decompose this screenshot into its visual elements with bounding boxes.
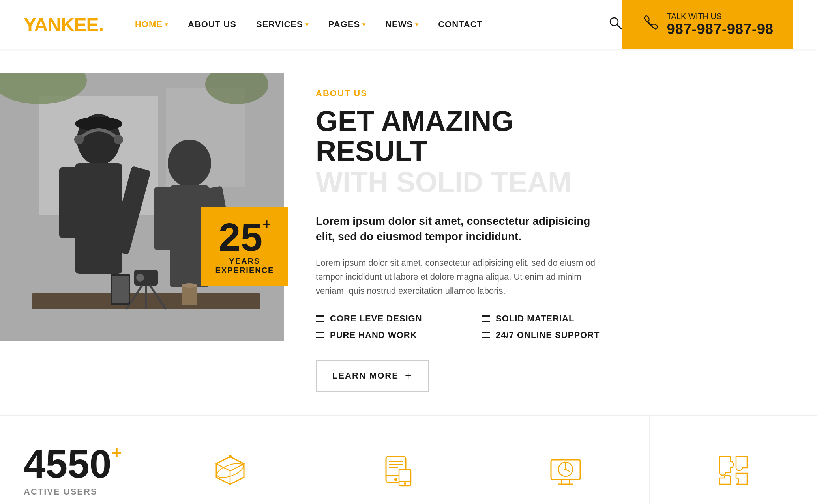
svg-point-18 <box>74 135 84 144</box>
experience-plus: + <box>262 217 271 231</box>
feature-item-4: 24/7 ONLINE SUPPORT <box>482 330 624 340</box>
nav-item-contact[interactable]: CONTACT <box>438 19 483 30</box>
stat-plus: + <box>111 444 122 461</box>
experience-number: 25 <box>219 217 262 257</box>
sub-title: WITH SOLID TEAM <box>316 168 624 198</box>
svg-rect-28 <box>182 286 197 305</box>
cta-label: TALK WITH US <box>667 12 774 21</box>
nav-item-pages[interactable]: PAGES ▾ <box>328 19 365 30</box>
svg-rect-10 <box>83 118 114 130</box>
logo-dot: . <box>99 14 103 35</box>
svg-point-22 <box>136 274 144 282</box>
dash-icon <box>316 332 324 338</box>
nav-item-news[interactable]: NEWS ▾ <box>385 19 418 30</box>
svg-point-37 <box>394 478 397 481</box>
cta-text: TALK WITH US 987-987-987-98 <box>667 12 774 37</box>
box-icon <box>212 453 248 488</box>
puzzle-icon <box>716 453 751 488</box>
nav-item-about[interactable]: ABOUT US <box>188 19 236 30</box>
intro-bold-text: Lorem ipsum dolor sit amet, consectetur … <box>316 213 592 244</box>
logo-text: YANKEE <box>24 14 99 35</box>
svg-rect-12 <box>59 167 79 238</box>
stat-number: 4550 <box>24 444 111 483</box>
stats-section: 4550+ ACTIVE USERS <box>0 415 817 504</box>
learn-more-button[interactable]: LEARN MORE + <box>316 360 429 392</box>
dash-icon <box>316 315 324 322</box>
feature-item-1: CORE LEVE DESIGN <box>316 314 458 324</box>
feature-item-2: SOLID MATERIAL <box>482 314 624 324</box>
dash-icon <box>482 315 490 322</box>
main-title: GET AMAZING RESULT <box>316 106 624 166</box>
header: YANKEE. HOME ▾ ABOUT US SERVICES ▾ PAGES… <box>0 0 817 49</box>
logo[interactable]: YANKEE. <box>24 14 103 35</box>
stat-icon-mobile <box>314 416 482 504</box>
main-nav: HOME ▾ ABOUT US SERVICES ▾ PAGES ▾ NEWS … <box>135 19 593 30</box>
svg-point-19 <box>114 135 123 144</box>
chevron-down-icon: ▾ <box>165 21 168 28</box>
clock-monitor-icon <box>548 453 583 488</box>
features-grid: CORE LEVE DESIGN SOLID MATERIAL PURE HAN… <box>316 314 624 340</box>
about-section: 25+ YEARS EXPERIENCE ABOUT US GET AMAZIN… <box>0 49 817 415</box>
svg-point-40 <box>404 482 406 485</box>
cta-phone: 987-987-987-98 <box>667 21 774 37</box>
stat-icon-box <box>146 416 314 504</box>
section-tag: ABOUT US <box>316 88 624 99</box>
svg-point-51 <box>564 468 567 470</box>
team-image-block: 25+ YEARS EXPERIENCE <box>0 73 284 341</box>
phone-icon <box>642 14 659 35</box>
nav-item-services[interactable]: SERVICES ▾ <box>256 19 309 30</box>
svg-point-29 <box>182 283 197 288</box>
stat-icon-clock <box>482 416 649 504</box>
chevron-down-icon: ▾ <box>362 21 365 28</box>
chevron-down-icon: ▾ <box>305 21 309 28</box>
chevron-down-icon: ▾ <box>415 21 418 28</box>
mobile-icon <box>380 453 416 488</box>
svg-point-14 <box>168 140 211 187</box>
stat-main-block: 4550+ ACTIVE USERS <box>0 416 146 504</box>
svg-rect-16 <box>154 187 172 250</box>
dash-icon <box>482 332 490 338</box>
svg-line-1 <box>617 25 621 29</box>
feature-item-3: PURE HAND WORK <box>316 330 458 340</box>
icon-stats <box>146 416 817 504</box>
svg-point-0 <box>610 18 618 26</box>
content-block: ABOUT US GET AMAZING RESULT WITH SOLID T… <box>316 73 624 392</box>
nav-item-home[interactable]: HOME ▾ <box>135 19 168 30</box>
svg-point-34 <box>229 455 232 458</box>
svg-rect-27 <box>112 276 129 303</box>
svg-rect-11 <box>75 163 122 274</box>
cta-block[interactable]: TALK WITH US 987-987-987-98 <box>622 0 793 49</box>
experience-badge: 25+ YEARS EXPERIENCE <box>201 207 288 286</box>
search-icon[interactable] <box>609 16 622 33</box>
stat-label: ACTIVE USERS <box>24 487 122 497</box>
stat-icon-puzzle <box>649 416 817 504</box>
experience-label: YEARS EXPERIENCE <box>201 257 288 275</box>
intro-text: Lorem ipsum dolor sit amet, consectetur … <box>316 256 600 298</box>
